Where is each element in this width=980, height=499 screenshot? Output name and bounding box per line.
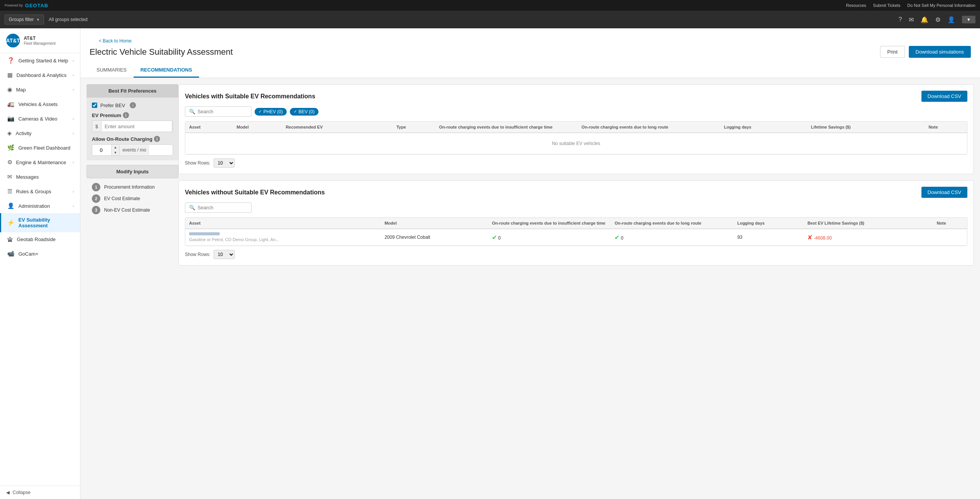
sidebar-item-green-fleet[interactable]: 🌿 Green Fleet Dashboard [0,140,80,155]
brand-text: AT&T Fleet Management [24,36,56,46]
suitable-download-csv-button[interactable]: Download CSV [921,91,967,102]
collapse-button[interactable]: ◀ Collapse [0,486,80,499]
bell-icon[interactable]: 🔔 [921,16,928,23]
savings-err-icon: ✘ [807,234,812,241]
page-title: Electric Vehicle Suitability Assessment [90,47,233,57]
sidebar-label-cameras: Cameras & Video [18,116,57,122]
step-2-num: 2 [92,194,100,203]
allow-charging-info-icon[interactable]: i [154,136,160,142]
suitable-table-wrap: Asset Model Recommended EV Type On-route… [185,121,967,155]
bev-chip[interactable]: ✓ BEV (0) [290,108,318,116]
step-2: 2 EV Cost Estimate [92,194,173,203]
chevron-down-icon: › [73,160,74,165]
note-cell [933,229,967,246]
unsuitable-header: Vehicles without Suitable EV Recommendat… [185,187,967,198]
sidebar-label-dashboard: Dashboard & Analytics [16,72,67,78]
suitable-search-icon: 🔍 [189,109,195,114]
step-1: 1 Procurement Information [92,183,173,191]
sidebar-item-vehicles[interactable]: 🚛 Vehicles & Assets [0,97,80,111]
sidebar-item-messages[interactable]: ✉ Messages [0,170,80,184]
col-note: Note [925,122,967,133]
user-icon[interactable]: 👤 [947,16,955,23]
step-3: 3 Non-EV Cost Estimate [92,206,173,214]
unsuitable-table-wrap: Asset Model On-route charging events due… [185,217,967,246]
amount-up-button[interactable]: ▲ [172,121,173,126]
prefer-bev-info-icon[interactable]: i [130,102,136,108]
groups-filter-button[interactable]: Groups filter ▼ [5,15,44,24]
step-list: 1 Procurement Information 2 EV Cost Esti… [87,178,178,219]
right-panel: Vehicles with Suitable EV Recommendation… [178,84,974,266]
sidebar-label-gocam: GoCam+ [18,251,38,257]
unsuitable-search-input[interactable] [198,205,247,210]
sidebar-item-admin[interactable]: 👤 Administration › [0,199,80,213]
unsuitable-download-csv-button[interactable]: Download CSV [921,187,967,198]
no-data-message: No suitable EV vehicles [185,133,967,154]
tab-recommendations[interactable]: RECOMMENDATIONS [134,63,199,78]
submit-tickets-link[interactable]: Submit Tickets [873,3,901,8]
sidebar-item-ev[interactable]: ⚡ EV Suitability Assessment [0,213,80,232]
suitable-search-box: 🔍 [185,106,252,117]
powered-by-text: Powered by [5,3,23,7]
help-icon[interactable]: ? [898,16,902,23]
unsuitable-search-box: 🔍 [185,202,252,213]
sidebar-item-engine[interactable]: ⚙ Engine & Maintenance › [0,155,80,170]
download-simulations-button[interactable]: Download simulations [909,46,971,58]
left-panel: Best Fit Preferences Prefer BEV i EV Pre… [87,84,178,266]
prefer-bev-label: Prefer BEV [100,103,125,108]
back-link[interactable]: < Back to Home [90,34,141,46]
tab-summaries[interactable]: SUMMARIES [90,63,134,78]
do-not-sell-link[interactable]: Do Not Sell My Personal Information [907,3,975,8]
events-input-row: ▲ ▼ events / mo [92,144,173,156]
sidebar-item-map[interactable]: ◉ Map › [0,82,80,97]
messages-icon: ✉ [7,173,12,180]
asset-cell: Gasoline or Petrol, CO Demo Group, Light… [185,229,381,246]
chevron-down-icon: › [73,204,74,208]
avatar-button[interactable]: ▼ [962,16,975,23]
phev-chip[interactable]: ✓ PHEV (0) [255,108,287,116]
top-bar: Powered by GEOTAB Resources Submit Ticke… [0,0,980,11]
sidebar-item-activity[interactable]: ◈ Activity › [0,126,80,140]
suitable-show-rows: Show Rows: 10 25 50 100 [185,158,967,168]
resources-link[interactable]: Resources [846,3,866,8]
sidebar-item-geotab-roadside[interactable]: 🛣 Geotab Roadside [0,232,80,246]
col-asset: Asset [185,122,233,133]
suitable-search-input[interactable] [198,109,247,114]
sidebar: AT&T AT&T Fleet Management ❓ Getting Sta… [0,28,80,499]
getting-started-icon: ❓ [7,57,15,64]
model-cell: 2009 Chevrolet Cobalt [381,229,488,246]
mail-icon[interactable]: ✉ [909,16,914,23]
unsuitable-table: Asset Model On-route charging events due… [185,218,967,246]
chevron-down-icon: › [73,73,74,77]
asset-label: Gasoline or Petrol, CO Demo Group, Light… [189,237,279,242]
settings-icon[interactable]: ⚙ [935,16,941,23]
chevron-down-icon: › [73,117,74,121]
best-fit-title: Best Fit Preferences [87,84,178,98]
ev-premium-info-icon[interactable]: i [123,112,129,118]
suitable-search-row: 🔍 ✓ PHEV (0) ✓ BEV (0) [185,106,967,117]
amount-down-button[interactable]: ▼ [172,126,173,132]
step-2-label: EV Cost Estimate [104,196,140,201]
step-1-num: 1 [92,183,100,191]
dashboard-icon: ▦ [7,72,13,78]
unsuitable-rows-select[interactable]: 10 25 50 100 [214,250,235,259]
amount-input[interactable] [101,121,172,132]
suitable-rows-select[interactable]: 10 25 50 100 [214,158,235,168]
activity-icon: ◈ [7,130,12,137]
sidebar-label-ev: EV Suitability Assessment [18,217,74,228]
sidebar-item-rules[interactable]: ☰ Rules & Groups › [0,184,80,199]
sidebar-label-vehicles: Vehicles & Assets [18,101,58,107]
content-inner: < Back to Home Electric Vehicle Suitabil… [80,28,980,272]
sidebar-item-gocam[interactable]: 📹 GoCam+ [0,246,80,261]
sidebar-item-getting-started[interactable]: ❓ Getting Started & Help › [0,53,80,68]
print-button[interactable]: Print [880,46,905,58]
sidebar-item-dashboard[interactable]: ▦ Dashboard & Analytics › [0,68,80,82]
events-up-button[interactable]: ▲ [112,145,119,150]
sidebar-brand: AT&T AT&T Fleet Management [0,28,80,53]
events-number-input[interactable] [92,145,111,155]
events-down-button[interactable]: ▼ [112,150,119,155]
col-u-model: Model [381,218,488,229]
prefer-bev-checkbox[interactable] [92,103,97,108]
sidebar-item-cameras[interactable]: 📷 Cameras & Video › [0,111,80,126]
modify-inputs-button[interactable]: Modify Inputs [87,165,178,178]
suitable-no-data-row: No suitable EV vehicles [185,133,967,154]
